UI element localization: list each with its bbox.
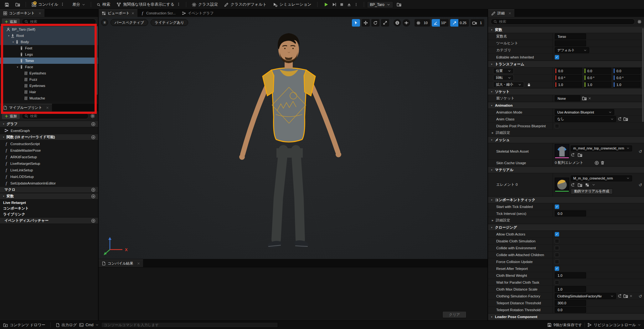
diff-button[interactable]: 差分 <box>68 1 88 9</box>
use-selected-asset-icon[interactable] <box>618 294 622 298</box>
details-section--[interactable]: ▼トランスフォーム <box>488 61 644 68</box>
tree-item-hair[interactable]: Hair <box>0 89 98 95</box>
browse-icon[interactable] <box>582 96 587 101</box>
character-model[interactable] <box>224 23 358 259</box>
details-search-input[interactable] <box>499 20 632 23</box>
material-instance-icon[interactable] <box>585 183 589 187</box>
browse-to-blueprint-button[interactable] <box>394 1 404 9</box>
text-field[interactable]: 0.0 <box>555 210 586 216</box>
expander-icon[interactable]: ▼ <box>16 66 19 68</box>
tree-item-body[interactable]: ▼Body <box>0 39 98 45</box>
close-icon[interactable] <box>508 12 511 15</box>
section-header--[interactable]: ▼変数 <box>0 193 98 200</box>
lock-icon[interactable] <box>527 83 531 87</box>
variable-category[interactable]: Live Retarget <box>0 200 98 205</box>
compile-button[interactable]: ?コンパイル <box>29 1 67 9</box>
chevron-down-icon[interactable] <box>592 183 595 186</box>
section-header--[interactable]: マクロ <box>0 186 98 193</box>
checkbox[interactable]: ✓ <box>555 232 559 236</box>
reset-to-default-icon[interactable]: ↺ <box>639 149 642 154</box>
surface-snap-toggle[interactable] <box>403 19 410 27</box>
unsaved-assets-button[interactable]: 9個が未保存です <box>547 322 582 328</box>
asset-thumbnail[interactable] <box>555 144 569 159</box>
blueprint-item-hairlodsetup[interactable]: fHairLODSetup <box>0 173 98 180</box>
stop-icon[interactable] <box>340 3 344 7</box>
checkbox[interactable] <box>555 239 559 243</box>
tab-components[interactable]: コンポーネント <box>0 9 44 17</box>
kebab-icon[interactable] <box>354 3 358 6</box>
rotation-snap[interactable]: 10° <box>432 19 449 27</box>
variable-category[interactable]: コンポーネント <box>0 205 98 211</box>
grid-snap[interactable]: 10 <box>415 19 430 27</box>
tab-details[interactable]: 詳細 <box>488 9 514 17</box>
add-component-button[interactable]: 追加 <box>2 18 20 25</box>
details-section--[interactable]: ▼マテリアル <box>488 166 644 173</box>
viewport-menu-button[interactable]: ≡ <box>101 19 108 26</box>
revision-control-button[interactable]: リビジョンコントロール <box>587 322 641 328</box>
use-selected-asset-icon[interactable] <box>571 153 575 157</box>
details-search[interactable] <box>491 18 635 25</box>
browse-asset-button[interactable] <box>13 1 23 9</box>
class-defaults-button[interactable]: クラスのデフォルト <box>221 1 269 9</box>
tree-item-root[interactable]: ▼Root <box>0 33 98 39</box>
details-section--[interactable]: ▼ソケット <box>488 88 644 95</box>
asset-thumbnail[interactable] <box>555 178 569 192</box>
vector-component-field[interactable]: 0.0 <box>555 68 582 74</box>
tab-compile-results[interactable]: コンパイル結果 <box>99 260 143 267</box>
scale-snap[interactable]: 0.25 <box>450 19 469 27</box>
blueprint-settings-gear-icon[interactable] <box>90 114 95 118</box>
class-settings-button[interactable]: クラス設定 <box>189 1 221 9</box>
components-search[interactable] <box>22 18 96 25</box>
details-section-Animation[interactable]: ▼Animation <box>488 102 644 109</box>
scale-tool[interactable] <box>381 19 389 27</box>
details-section--[interactable]: ▼クロージング <box>488 224 644 231</box>
kebab-menu-icon[interactable] <box>61 3 64 7</box>
reset-to-default-icon[interactable]: ↺ <box>639 294 642 298</box>
browse-icon[interactable] <box>578 153 582 157</box>
checkbox[interactable]: ✓ <box>555 205 559 209</box>
details-section--[interactable]: ▼コンポーネントティック <box>488 196 644 203</box>
kebab-menu-icon[interactable] <box>177 3 180 7</box>
checkbox[interactable] <box>555 246 559 250</box>
checkbox[interactable] <box>555 280 559 285</box>
close-icon[interactable] <box>137 262 140 265</box>
tree-item-legs[interactable]: Legs <box>0 51 98 58</box>
vector-component-field[interactable]: 0.0 <box>613 68 641 74</box>
rotate-tool[interactable] <box>371 19 379 27</box>
checkbox[interactable]: ✓ <box>555 55 559 59</box>
blueprint-item-constructionscript[interactable]: fConstructionScript <box>0 140 98 147</box>
blueprint-item-eventgraph[interactable]: EventGraph <box>0 127 98 134</box>
add-item-icon[interactable] <box>91 219 95 223</box>
vector-component-field[interactable]: 0.0 ° <box>613 75 641 81</box>
add-item-icon[interactable] <box>91 122 95 126</box>
text-field[interactable]: Torso <box>555 33 586 39</box>
advanced-settings-toggle[interactable]: ▶詳細設定 <box>488 130 510 135</box>
vector-component-field[interactable]: 0.0 ° <box>555 75 582 81</box>
tree-item-eyelashes[interactable]: Eyelashes <box>0 70 98 76</box>
socket-field[interactable]: None <box>555 95 580 101</box>
use-selected-asset-icon[interactable] <box>618 117 622 121</box>
blueprint-item-setupdateanimationineditor[interactable]: fSetUpdateAnimationInEditor <box>0 180 98 186</box>
close-icon[interactable] <box>46 106 49 109</box>
close-icon[interactable] <box>39 12 41 15</box>
tab--[interactable]: ビューポート <box>99 9 137 17</box>
my-blueprint-search-input[interactable] <box>30 114 86 118</box>
section-header--19-[interactable]: ▼関数 (19 オーバーライド可能) <box>0 134 98 140</box>
close-icon[interactable] <box>131 12 134 15</box>
find-button[interactable]: 検索 <box>94 1 113 9</box>
tree-item-fuzz[interactable]: Fuzz <box>0 76 98 83</box>
text-field[interactable] <box>555 40 586 46</box>
content-drawer-button[interactable]: コンテンツ ドロワー <box>3 322 45 328</box>
camera-speed[interactable]: 1 <box>471 19 484 27</box>
blueprint-item-enablemasterpose[interactable]: fEnableMasterPose <box>0 147 98 154</box>
save-asset-button[interactable] <box>2 1 12 9</box>
eject-icon[interactable] <box>347 3 351 7</box>
blueprint-selector[interactable]: BP_Taro <box>367 1 393 8</box>
details-scrollbar[interactable] <box>642 28 644 122</box>
clear-icon[interactable] <box>630 295 632 297</box>
blueprint-item-liveretargetsetup[interactable]: fLiveRetargetSetup <box>0 160 98 167</box>
cmd-selector[interactable]: Cmd <box>79 323 98 327</box>
section-header--[interactable]: イベントディスパッチャー <box>0 217 98 224</box>
vector-component-field[interactable]: 1.0 <box>555 82 582 88</box>
dropdown-field[interactable]: Use Animation Blueprint <box>555 109 614 115</box>
